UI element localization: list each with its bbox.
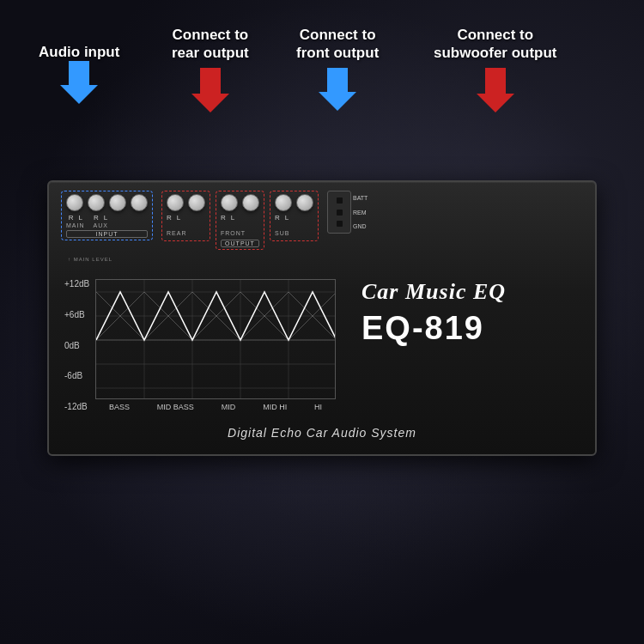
l-label: L [78,214,82,222]
subtitle-container: Digital Echo Car Audio System [61,425,583,440]
connector-knob [88,194,105,211]
connect-sub-arrow [477,68,514,112]
audio-input-arrow [60,61,98,104]
right-pin-labels: BATT REM GND [353,191,368,234]
connect-front-label: Connect tofront output [296,26,379,63]
brand-name: Car Music EQ [361,279,506,305]
connector-knob [275,194,292,211]
r-label: R [275,214,280,222]
connector-knob [188,194,205,211]
audio-input-group: Audio input [39,43,119,104]
main-label: MAIN [66,222,85,228]
sub-label: SUB [275,230,289,236]
connect-front-group: Connect tofront output [296,26,379,111]
bass-label: BASS [109,403,130,411]
front-label: FRONT [221,230,246,236]
l-label: L [177,214,180,222]
midbass-label: MID BASS [157,403,194,411]
connector-knob [221,194,238,211]
model-name: EQ-819 [361,310,484,347]
pin-block [327,191,351,234]
r-label: R [69,214,74,222]
l-label: L [104,214,107,222]
connector-knob [242,194,259,211]
hi-label: HI [314,403,322,411]
connector-knob [131,194,148,211]
connector-knob [296,194,313,211]
rear-label: REAR [167,230,186,236]
r-label: R [167,214,172,222]
eq-graph [95,279,336,399]
rem-label: REM [353,210,368,216]
sub-connectors [275,194,313,211]
pin-hole [337,197,343,204]
right-pins-group: BATT REM GND [327,191,368,234]
eq-section: +12dB +6dB 0dB -6dB -12dB [61,279,583,411]
connect-sub-group: Connect tosubwoofer output [434,26,557,112]
pin-hole [337,210,343,216]
l-label: L [231,214,234,222]
r-label: R [94,214,99,222]
db-12m: -12dB [64,402,89,411]
scene: Audio input Connect torear output Connec… [0,0,644,644]
connector-knob [167,194,184,211]
db-6m: -6dB [64,371,89,380]
connect-sub-label: Connect tosubwoofer output [434,26,557,63]
input-connectors [66,194,148,211]
aux-label: AUX [94,222,108,228]
eq-info: Car Music EQ EQ-819 [353,279,583,347]
connect-rear-arrow [191,68,229,112]
rear-connectors [167,194,205,211]
db-0: 0dB [64,341,89,350]
connector-knob [109,194,126,211]
freq-labels: BASS MID BASS MID MID HI HI [95,403,336,411]
main-level: ↑ MAIN LEVEL [68,257,583,262]
audio-input-label: Audio input [39,43,119,61]
device-subtitle: Digital Echo Car Audio System [228,426,416,440]
rear-bracket: R L REAR [161,191,210,241]
eq-graph-container: +12dB +6dB 0dB -6dB -12dB [95,279,336,411]
db-labels: +12dB +6dB 0dB -6dB -12dB [64,279,89,411]
output-label: OUTPUT [221,240,259,247]
r-label: R [221,214,226,222]
db-12p: +12dB [64,279,89,289]
midhi-label: MID HI [263,403,287,411]
pin-hole [337,221,343,227]
gnd-label: GND [353,223,368,229]
connect-rear-label: Connect torear output [172,26,249,63]
front-connectors [221,194,259,211]
mid-label: MID [222,403,236,411]
connector-knob [66,194,83,211]
connect-rear-group: Connect torear output [172,26,249,112]
input-label: INPUT [66,230,148,238]
labels-row: Audio input Connect torear output Connec… [13,17,631,189]
input-bracket: R L MAIN R L AUX INPUT [61,191,153,240]
db-6p: +6dB [64,310,89,319]
l-label: L [285,214,289,222]
batt-label: BATT [353,195,368,201]
connect-front-arrow [319,68,356,111]
front-bracket: R L FRONT OUTPUT [216,191,264,250]
device-body: R L MAIN R L AUX INPUT [47,180,597,456]
sub-bracket: R L SUB [270,191,319,241]
